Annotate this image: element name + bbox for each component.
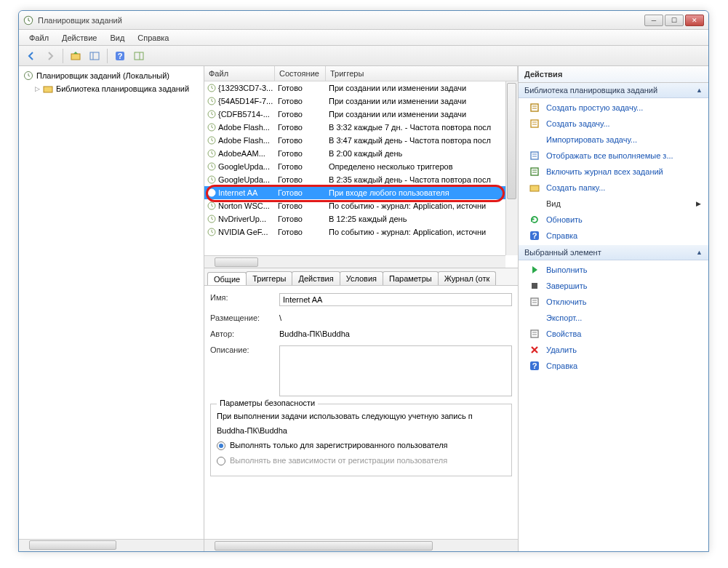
maximize-button[interactable]: ☐ [665, 15, 684, 26]
action-delete[interactable]: Удалить [519, 342, 708, 358]
task-trigger: При входе любого пользователя [326, 188, 518, 197]
action-icon [529, 150, 540, 161]
action-icon [529, 344, 540, 356]
horizontal-scrollbar[interactable] [204, 255, 505, 268]
task-name: NvDriverUp... [218, 215, 266, 223]
tree-library[interactable]: ▷ Библиотека планировщика заданий [20, 82, 202, 95]
action-view[interactable]: Вид▶ [519, 196, 708, 212]
vertical-scrollbar[interactable] [505, 81, 518, 255]
table-row[interactable]: {54A5D14F-7...ГотовоПри создании или изм… [204, 95, 518, 108]
action-props[interactable]: Свойства [519, 326, 708, 342]
menu-action[interactable]: Действие [56, 31, 103, 44]
table-row[interactable]: NvDriverUp...ГотовоВ 12:25 каждый день [204, 212, 518, 225]
table-row[interactable]: {13293CD7-3...ГотовоПри создании или изм… [204, 81, 518, 95]
action-text: Отключить [546, 297, 587, 306]
action-create_basic[interactable]: Создать простую задачу... [519, 100, 708, 116]
action-icon [529, 264, 540, 276]
table-row[interactable]: Internet AAГотовоПри входе любого пользо… [204, 186, 518, 199]
center-bottom-scrollbar[interactable] [204, 539, 518, 551]
table-row[interactable]: Norton WSC...ГотовоПо событию - журнал: … [204, 199, 518, 212]
task-trigger: При создании или изменении задачи [326, 110, 518, 119]
task-trigger: В 3:47 каждый день - Частота повтора пос… [326, 136, 518, 145]
action-icon [529, 214, 540, 225]
table-row[interactable]: Adobe Flash...ГотовоВ 3:32 каждые 7 дн. … [204, 121, 518, 134]
up-icon[interactable] [68, 48, 84, 64]
action-disable[interactable]: Отключить [519, 294, 708, 310]
action-icon [529, 182, 540, 193]
preview-icon[interactable] [131, 48, 147, 64]
table-row[interactable]: {CDFB5714-...ГотовоПри создании или изме… [204, 108, 518, 121]
tab-body[interactable]: Имя:Internet AA Размещение:\ Автор:Buddh… [204, 286, 518, 539]
action-text: Вид [546, 199, 561, 208]
menu-file[interactable]: Файл [23, 31, 55, 44]
action-end[interactable]: Завершить [519, 278, 708, 294]
action-run[interactable]: Выполнить [519, 262, 708, 278]
titlebar[interactable]: Планировщик заданий ─ ☐ ✕ [19, 11, 708, 30]
val-desc[interactable] [279, 345, 512, 396]
window-title: Планировщик заданий [38, 16, 644, 25]
col-state[interactable]: Состояние [275, 66, 326, 81]
minimize-button[interactable]: ─ [644, 15, 663, 26]
menu-help[interactable]: Справка [132, 31, 175, 44]
svg-rect-37 [532, 283, 537, 289]
svg-rect-6 [135, 52, 143, 60]
svg-text:?: ? [532, 361, 537, 370]
action-icon [529, 312, 540, 324]
val-name[interactable]: Internet AA [279, 293, 512, 306]
table-row[interactable]: GoogleUpda...ГотовоОпределено несколько … [204, 160, 518, 173]
back-button[interactable] [23, 48, 39, 64]
action-help2[interactable]: ?Справка [519, 358, 708, 374]
action-import[interactable]: Импортировать задачу... [519, 132, 708, 148]
action-icon [529, 166, 540, 177]
task-name: AdobeAAM... [218, 149, 265, 158]
folder-icon [43, 84, 53, 94]
list-body[interactable]: {13293CD7-3...ГотовоПри создании или изм… [204, 81, 518, 253]
actions-header: Действия [519, 66, 708, 83]
col-triggers[interactable]: Триггеры [326, 66, 518, 81]
radio-icon [217, 441, 225, 450]
actions-sub-library[interactable]: Библиотека планировщика заданий ▲ [519, 83, 708, 98]
action-enable_hist[interactable]: Включить журнал всех заданий [519, 164, 708, 180]
menu-view[interactable]: Вид [104, 31, 130, 44]
actions-sub-selected[interactable]: Выбранный элемент ▲ [519, 245, 708, 260]
action-export[interactable]: Экспорт... [519, 310, 708, 326]
tab-actions[interactable]: Действия [292, 271, 340, 285]
task-state: Готово [275, 188, 326, 197]
task-state: Готово [275, 123, 326, 132]
task-list[interactable]: Файл Состояние Триггеры {13293CD7-3...Го… [204, 66, 518, 268]
action-text: Создать простую задачу... [546, 103, 643, 112]
table-row[interactable]: Adobe Flash...ГотовоВ 3:47 каждый день -… [204, 134, 518, 147]
tab-conditions[interactable]: Условия [340, 271, 383, 285]
chevron-right-icon: ▶ [696, 200, 701, 207]
tree-scrollbar[interactable] [19, 539, 204, 551]
svg-rect-22 [531, 104, 538, 111]
action-show_all[interactable]: Отображать все выполняемые з... [519, 148, 708, 164]
tree-root[interactable]: Планировщик заданий (Локальный) [20, 69, 202, 82]
tab-settings[interactable]: Параметры [383, 271, 439, 285]
action-text: Свойства [546, 329, 581, 338]
forward-button[interactable] [42, 48, 58, 64]
panel-icon[interactable] [87, 48, 103, 64]
action-icon [529, 280, 540, 292]
action-create[interactable]: Создать задачу... [519, 116, 708, 132]
task-name: Adobe Flash... [218, 136, 270, 145]
action-text: Справка [546, 361, 577, 370]
action-help[interactable]: ?Справка [519, 228, 708, 244]
close-button[interactable]: ✕ [685, 15, 704, 26]
lbl-location: Размещение: [210, 313, 279, 322]
table-row[interactable]: AdobeAAM...ГотовоВ 2:00 каждый день [204, 147, 518, 160]
security-opt1[interactable]: Выполнять только для зарегистрированного… [217, 441, 505, 450]
help-icon[interactable]: ? [112, 48, 128, 64]
tree-pane[interactable]: Планировщик заданий (Локальный) ▷ Библио… [19, 66, 204, 551]
action-new_folder[interactable]: Создать папку... [519, 180, 708, 196]
actions-list-selected: ВыполнитьЗавершитьОтключитьЭкспорт...Сво… [519, 260, 708, 375]
tab-history[interactable]: Журнал (отк [438, 271, 497, 285]
table-row[interactable]: GoogleUpda...ГотовоВ 2:35 каждый день - … [204, 173, 518, 186]
tab-triggers[interactable]: Триггеры [246, 271, 292, 285]
tab-general[interactable]: Общие [207, 272, 247, 286]
task-state: Готово [275, 228, 326, 236]
table-row[interactable]: NVIDIA GeF...ГотовоПо событию - журнал: … [204, 225, 518, 239]
col-file[interactable]: Файл [204, 66, 275, 81]
action-refresh[interactable]: Обновить [519, 212, 708, 228]
task-state: Готово [275, 162, 326, 171]
